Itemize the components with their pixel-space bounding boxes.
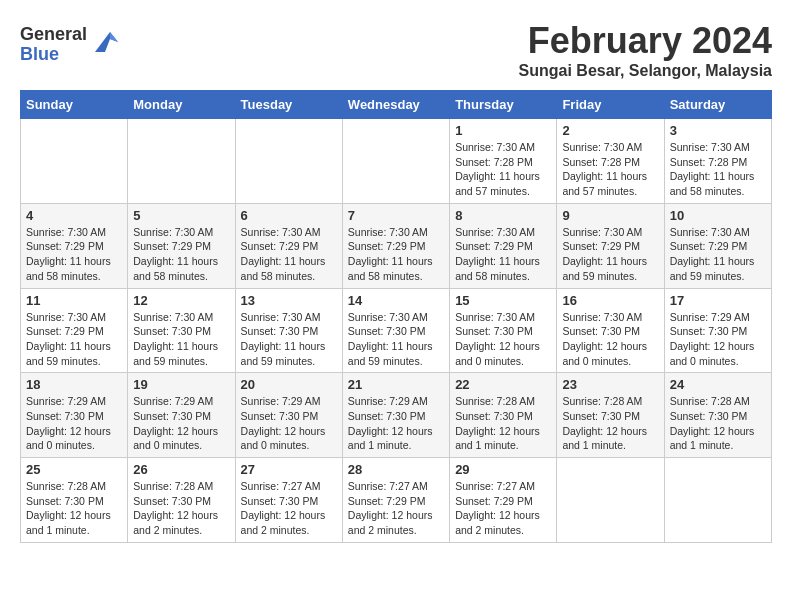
calendar-day-header: Wednesday (342, 91, 449, 119)
day-number: 29 (455, 462, 551, 477)
calendar-cell: 11Sunrise: 7:30 AM Sunset: 7:29 PM Dayli… (21, 288, 128, 373)
logo-general-text: General (20, 25, 87, 45)
calendar-cell: 24Sunrise: 7:28 AM Sunset: 7:30 PM Dayli… (664, 373, 771, 458)
day-info: Sunrise: 7:29 AM Sunset: 7:30 PM Dayligh… (133, 394, 229, 453)
calendar-day-header: Sunday (21, 91, 128, 119)
calendar-cell: 17Sunrise: 7:29 AM Sunset: 7:30 PM Dayli… (664, 288, 771, 373)
calendar-cell (557, 458, 664, 543)
day-info: Sunrise: 7:30 AM Sunset: 7:29 PM Dayligh… (562, 225, 658, 284)
calendar-cell: 26Sunrise: 7:28 AM Sunset: 7:30 PM Dayli… (128, 458, 235, 543)
calendar-cell (21, 119, 128, 204)
calendar-cell: 6Sunrise: 7:30 AM Sunset: 7:29 PM Daylig… (235, 203, 342, 288)
day-number: 20 (241, 377, 337, 392)
day-info: Sunrise: 7:30 AM Sunset: 7:30 PM Dayligh… (348, 310, 444, 369)
calendar-cell: 12Sunrise: 7:30 AM Sunset: 7:30 PM Dayli… (128, 288, 235, 373)
day-info: Sunrise: 7:30 AM Sunset: 7:29 PM Dayligh… (670, 225, 766, 284)
calendar-cell: 28Sunrise: 7:27 AM Sunset: 7:29 PM Dayli… (342, 458, 449, 543)
day-number: 6 (241, 208, 337, 223)
day-info: Sunrise: 7:28 AM Sunset: 7:30 PM Dayligh… (670, 394, 766, 453)
day-info: Sunrise: 7:29 AM Sunset: 7:30 PM Dayligh… (348, 394, 444, 453)
calendar-cell: 8Sunrise: 7:30 AM Sunset: 7:29 PM Daylig… (450, 203, 557, 288)
calendar-cell: 18Sunrise: 7:29 AM Sunset: 7:30 PM Dayli… (21, 373, 128, 458)
calendar-cell: 7Sunrise: 7:30 AM Sunset: 7:29 PM Daylig… (342, 203, 449, 288)
day-info: Sunrise: 7:29 AM Sunset: 7:30 PM Dayligh… (241, 394, 337, 453)
calendar-cell: 25Sunrise: 7:28 AM Sunset: 7:30 PM Dayli… (21, 458, 128, 543)
day-number: 14 (348, 293, 444, 308)
day-info: Sunrise: 7:30 AM Sunset: 7:29 PM Dayligh… (133, 225, 229, 284)
logo-blue-text: Blue (20, 45, 87, 65)
calendar-cell (235, 119, 342, 204)
day-number: 18 (26, 377, 122, 392)
logo: General Blue (20, 25, 120, 65)
day-number: 15 (455, 293, 551, 308)
day-number: 9 (562, 208, 658, 223)
day-info: Sunrise: 7:30 AM Sunset: 7:30 PM Dayligh… (455, 310, 551, 369)
day-number: 7 (348, 208, 444, 223)
day-info: Sunrise: 7:29 AM Sunset: 7:30 PM Dayligh… (26, 394, 122, 453)
day-number: 13 (241, 293, 337, 308)
day-number: 22 (455, 377, 551, 392)
day-number: 2 (562, 123, 658, 138)
day-number: 28 (348, 462, 444, 477)
day-info: Sunrise: 7:27 AM Sunset: 7:29 PM Dayligh… (348, 479, 444, 538)
calendar-week-row: 1Sunrise: 7:30 AM Sunset: 7:28 PM Daylig… (21, 119, 772, 204)
location-title: Sungai Besar, Selangor, Malaysia (519, 62, 772, 80)
logo-icon (90, 27, 120, 57)
calendar-cell: 20Sunrise: 7:29 AM Sunset: 7:30 PM Dayli… (235, 373, 342, 458)
day-number: 4 (26, 208, 122, 223)
day-info: Sunrise: 7:28 AM Sunset: 7:30 PM Dayligh… (26, 479, 122, 538)
calendar-table: SundayMondayTuesdayWednesdayThursdayFrid… (20, 90, 772, 543)
day-number: 5 (133, 208, 229, 223)
calendar-cell (664, 458, 771, 543)
day-info: Sunrise: 7:30 AM Sunset: 7:29 PM Dayligh… (455, 225, 551, 284)
calendar-cell: 2Sunrise: 7:30 AM Sunset: 7:28 PM Daylig… (557, 119, 664, 204)
day-number: 8 (455, 208, 551, 223)
day-info: Sunrise: 7:30 AM Sunset: 7:28 PM Dayligh… (455, 140, 551, 199)
day-info: Sunrise: 7:28 AM Sunset: 7:30 PM Dayligh… (455, 394, 551, 453)
calendar-week-row: 18Sunrise: 7:29 AM Sunset: 7:30 PM Dayli… (21, 373, 772, 458)
calendar-cell: 23Sunrise: 7:28 AM Sunset: 7:30 PM Dayli… (557, 373, 664, 458)
calendar-cell: 22Sunrise: 7:28 AM Sunset: 7:30 PM Dayli… (450, 373, 557, 458)
day-info: Sunrise: 7:28 AM Sunset: 7:30 PM Dayligh… (562, 394, 658, 453)
calendar-day-header: Thursday (450, 91, 557, 119)
day-info: Sunrise: 7:30 AM Sunset: 7:30 PM Dayligh… (562, 310, 658, 369)
calendar-cell: 5Sunrise: 7:30 AM Sunset: 7:29 PM Daylig… (128, 203, 235, 288)
calendar-cell: 9Sunrise: 7:30 AM Sunset: 7:29 PM Daylig… (557, 203, 664, 288)
day-info: Sunrise: 7:27 AM Sunset: 7:30 PM Dayligh… (241, 479, 337, 538)
day-number: 23 (562, 377, 658, 392)
calendar-day-header: Monday (128, 91, 235, 119)
page-header: General Blue February 2024 Sungai Besar,… (20, 20, 772, 80)
calendar-cell: 10Sunrise: 7:30 AM Sunset: 7:29 PM Dayli… (664, 203, 771, 288)
day-number: 17 (670, 293, 766, 308)
day-info: Sunrise: 7:30 AM Sunset: 7:29 PM Dayligh… (26, 225, 122, 284)
day-number: 27 (241, 462, 337, 477)
day-info: Sunrise: 7:27 AM Sunset: 7:29 PM Dayligh… (455, 479, 551, 538)
calendar-day-header: Saturday (664, 91, 771, 119)
calendar-cell: 29Sunrise: 7:27 AM Sunset: 7:29 PM Dayli… (450, 458, 557, 543)
calendar-cell: 4Sunrise: 7:30 AM Sunset: 7:29 PM Daylig… (21, 203, 128, 288)
calendar-header-row: SundayMondayTuesdayWednesdayThursdayFrid… (21, 91, 772, 119)
day-number: 25 (26, 462, 122, 477)
day-number: 24 (670, 377, 766, 392)
day-info: Sunrise: 7:30 AM Sunset: 7:29 PM Dayligh… (241, 225, 337, 284)
day-number: 16 (562, 293, 658, 308)
calendar-cell (128, 119, 235, 204)
calendar-cell (342, 119, 449, 204)
calendar-cell: 21Sunrise: 7:29 AM Sunset: 7:30 PM Dayli… (342, 373, 449, 458)
calendar-week-row: 25Sunrise: 7:28 AM Sunset: 7:30 PM Dayli… (21, 458, 772, 543)
day-number: 11 (26, 293, 122, 308)
day-info: Sunrise: 7:30 AM Sunset: 7:28 PM Dayligh… (670, 140, 766, 199)
day-number: 3 (670, 123, 766, 138)
day-info: Sunrise: 7:29 AM Sunset: 7:30 PM Dayligh… (670, 310, 766, 369)
day-number: 21 (348, 377, 444, 392)
day-info: Sunrise: 7:30 AM Sunset: 7:29 PM Dayligh… (348, 225, 444, 284)
calendar-cell: 13Sunrise: 7:30 AM Sunset: 7:30 PM Dayli… (235, 288, 342, 373)
day-number: 10 (670, 208, 766, 223)
calendar-week-row: 11Sunrise: 7:30 AM Sunset: 7:29 PM Dayli… (21, 288, 772, 373)
calendar-cell: 19Sunrise: 7:29 AM Sunset: 7:30 PM Dayli… (128, 373, 235, 458)
day-number: 1 (455, 123, 551, 138)
day-info: Sunrise: 7:30 AM Sunset: 7:28 PM Dayligh… (562, 140, 658, 199)
day-number: 19 (133, 377, 229, 392)
day-number: 26 (133, 462, 229, 477)
calendar-cell: 15Sunrise: 7:30 AM Sunset: 7:30 PM Dayli… (450, 288, 557, 373)
